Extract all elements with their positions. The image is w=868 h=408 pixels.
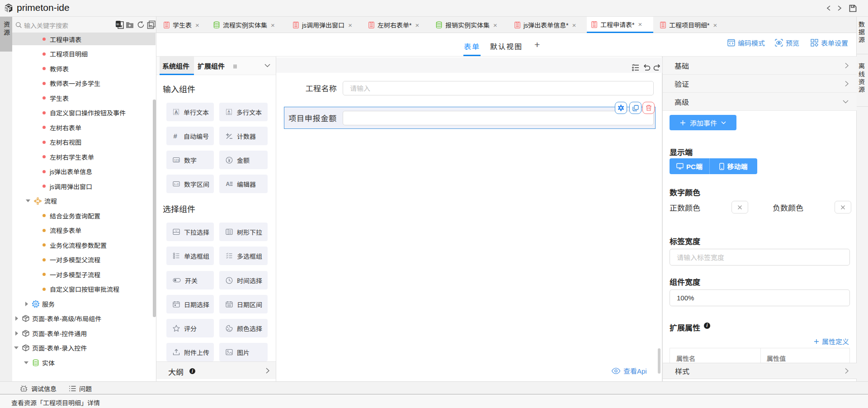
svg-text:A: A [228,109,231,114]
svg-text:A: A [175,109,178,115]
svg-text:A: A [226,181,230,187]
svg-text:1~3: 1~3 [174,183,179,185]
svg-text:in: in [117,22,119,26]
svg-text:123: 123 [174,159,179,162]
svg-text:#: # [174,133,178,139]
